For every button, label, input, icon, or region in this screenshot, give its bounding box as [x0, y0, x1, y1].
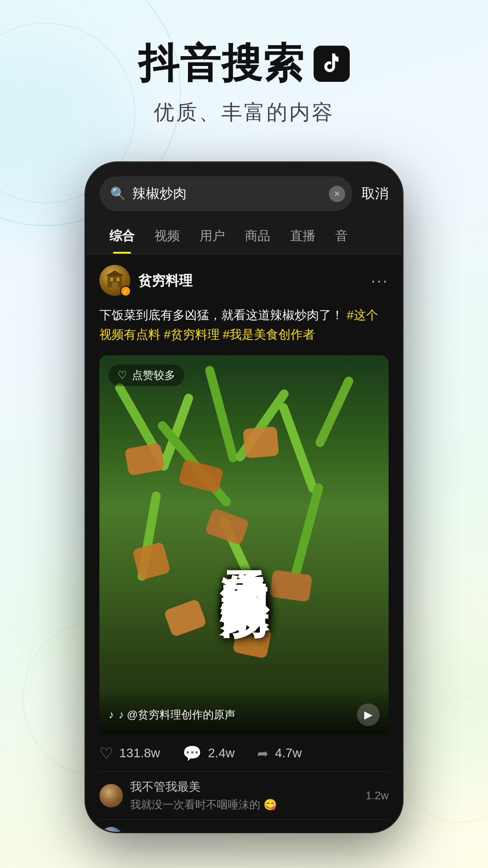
stat-shares[interactable]: ➦ 4.7w — [257, 745, 301, 761]
post-description: 下饭菜到底有多凶猛，就看这道辣椒炒肉了！ #这个视频有点料 #贫穷料理 #我是美… — [99, 306, 389, 344]
content-area: ✓ 贫穷料理 ··· 下饭菜到底有多凶猛，就看这道辣椒炒肉了！ #这个视频有点料… — [86, 254, 402, 832]
tiktok-logo-icon — [314, 46, 350, 82]
phone-frame: 🔍 辣椒炒肉 × 取消 综合 视频 用户 商品 — [86, 163, 402, 832]
svg-rect-2 — [117, 278, 119, 281]
video-thumbnail[interactable]: 勇的猛辣椒炒肉 ♡ 点赞较多 ♪ ♪ @贫穷料理创作的原声 — [99, 355, 389, 735]
author-info: ✓ 贫穷料理 — [99, 265, 192, 297]
sound-info: ♪ ♪ @贫穷料理创作的原声 — [108, 708, 235, 722]
search-query-text: 辣椒炒肉 — [132, 184, 330, 203]
like-icon: ♡ — [99, 744, 113, 762]
share-icon: ➦ — [257, 745, 268, 761]
avatar-wrapper: ✓ — [99, 265, 131, 297]
search-input-box[interactable]: 🔍 辣椒炒肉 × — [99, 176, 352, 211]
play-button[interactable]: ▶ — [357, 703, 380, 726]
main-title-text: 抖音搜索 — [138, 36, 305, 91]
clear-search-button[interactable]: × — [329, 186, 345, 202]
comments-count: 2.4w — [208, 746, 235, 760]
comment-likes-1: 1.2w — [366, 789, 389, 802]
comment-body-2: 我就没一次看时不咽唾沫的 😋 — [130, 831, 277, 832]
search-bar-area: 🔍 辣椒炒肉 × 取消 — [86, 163, 402, 211]
tab-综合[interactable]: 综合 — [99, 220, 145, 254]
phone-container: 🔍 辣椒炒肉 × 取消 综合 视频 用户 商品 — [86, 163, 402, 832]
more-options-button[interactable]: ··· — [371, 271, 389, 290]
tab-商品[interactable]: 商品 — [235, 220, 280, 254]
verified-check-icon: ✓ — [123, 288, 128, 295]
sound-text: ♪ @贫穷料理创作的原声 — [118, 708, 235, 722]
search-icon: 🔍 — [110, 186, 126, 201]
comment-body-1: 我就没一次看时不咽唾沫的 😋 — [130, 797, 358, 812]
comment-texts-1: 我不管我最美 我就没一次看时不咽唾沫的 😋 — [130, 779, 358, 812]
likes-badge-text: 点赞较多 — [132, 368, 175, 382]
stat-likes[interactable]: ♡ 131.8w — [99, 744, 160, 762]
tab-bar: 综合 视频 用户 商品 直播 音 — [86, 211, 402, 254]
description-plain-text: 下饭菜到底有多凶猛，就看这道辣椒炒肉了！ — [99, 308, 343, 322]
shares-count: 4.7w — [275, 746, 301, 760]
svg-rect-3 — [112, 282, 117, 288]
stats-row: ♡ 131.8w 💬 2.4w ➦ 4.7w — [99, 735, 389, 771]
likes-count: 131.8w — [119, 746, 160, 760]
svg-marker-4 — [106, 270, 124, 276]
verified-badge: ✓ — [120, 286, 131, 297]
svg-rect-1 — [110, 278, 113, 281]
video-background: 勇的猛辣椒炒肉 — [99, 355, 389, 735]
play-icon: ▶ — [364, 708, 372, 721]
cancel-search-button[interactable]: 取消 — [361, 184, 389, 203]
bg-decoration-4 — [398, 696, 488, 823]
comment-icon: 💬 — [183, 744, 202, 762]
video-overlay-text: 勇的猛辣椒炒肉 — [99, 355, 389, 735]
music-note-icon: ♪ — [108, 708, 114, 721]
tab-视频[interactable]: 视频 — [145, 220, 190, 254]
stat-comments[interactable]: 💬 2.4w — [183, 744, 235, 762]
video-bottom-bar: ♪ ♪ @贫穷料理创作的原声 ▶ — [99, 690, 389, 735]
comment-preview-1: 我不管我最美 我就没一次看时不咽唾沫的 😋 1.2w — [99, 771, 389, 819]
header-section: 抖音搜索 优质、丰富的内容 — [0, 0, 488, 145]
tab-直播[interactable]: 直播 — [280, 220, 325, 254]
phone-screen: 🔍 辣椒炒肉 × 取消 综合 视频 用户 商品 — [86, 163, 402, 832]
tab-用户[interactable]: 用户 — [190, 220, 235, 254]
likes-badge: ♡ 点赞较多 — [108, 364, 184, 386]
chinese-text-layout: 勇的猛辣椒炒肉 — [219, 355, 269, 735]
subtitle-text: 优质、丰富的内容 — [0, 99, 488, 127]
tiktok-svg — [320, 52, 343, 75]
author-name[interactable]: 贫穷料理 — [138, 272, 192, 290]
tab-音[interactable]: 音 — [325, 220, 358, 254]
comment-preview-2: 我就没一次看时不咽唾沫的 😋 1.2w — [99, 819, 389, 832]
comment-avatar-1 — [99, 784, 123, 807]
author-row: ✓ 贫穷料理 ··· — [99, 265, 389, 297]
comment-avatar-2 — [99, 827, 123, 832]
main-title-container: 抖音搜索 — [0, 36, 488, 91]
comment-username-1: 我不管我最美 — [130, 779, 358, 795]
video-title-text: 勇的猛辣椒炒肉 — [219, 533, 269, 558]
heart-icon-small: ♡ — [117, 369, 127, 382]
